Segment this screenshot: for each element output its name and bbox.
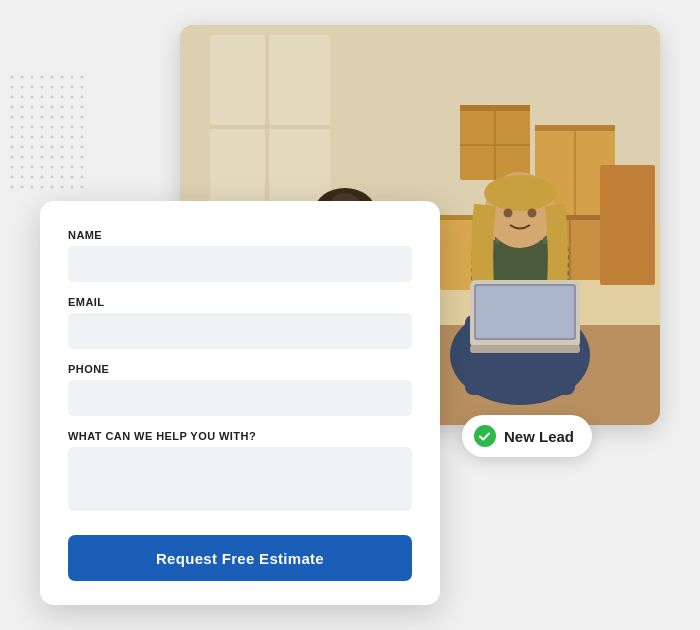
email-label: EMAIL	[68, 296, 412, 308]
phone-input[interactable]	[68, 380, 412, 416]
dot-pattern	[10, 75, 90, 195]
phone-label: PHONE	[68, 363, 412, 375]
svg-rect-6	[210, 125, 330, 129]
svg-rect-20	[600, 165, 655, 285]
form-card: NAME EMAIL PHONE WHAT CAN WE HELP YOU WI…	[40, 201, 440, 605]
help-textarea[interactable]	[68, 447, 412, 511]
svg-point-36	[484, 175, 556, 211]
help-label: WHAT CAN WE HELP YOU WITH?	[68, 430, 412, 442]
email-field: EMAIL	[68, 296, 412, 349]
svg-rect-42	[476, 286, 574, 338]
name-field: NAME	[68, 229, 412, 282]
new-lead-label: New Lead	[504, 428, 574, 445]
submit-button[interactable]: Request Free Estimate	[68, 535, 412, 581]
svg-rect-13	[535, 125, 615, 131]
svg-rect-41	[470, 345, 580, 353]
name-input[interactable]	[68, 246, 412, 282]
name-label: NAME	[68, 229, 412, 241]
check-circle-icon	[474, 425, 496, 447]
help-field: WHAT CAN WE HELP YOU WITH?	[68, 430, 412, 515]
svg-point-38	[528, 209, 537, 218]
scene: NAME EMAIL PHONE WHAT CAN WE HELP YOU WI…	[40, 25, 660, 605]
email-input[interactable]	[68, 313, 412, 349]
new-lead-badge: New Lead	[462, 415, 592, 457]
phone-field: PHONE	[68, 363, 412, 416]
svg-rect-9	[460, 105, 530, 111]
svg-rect-1	[10, 75, 90, 195]
svg-point-37	[504, 209, 513, 218]
